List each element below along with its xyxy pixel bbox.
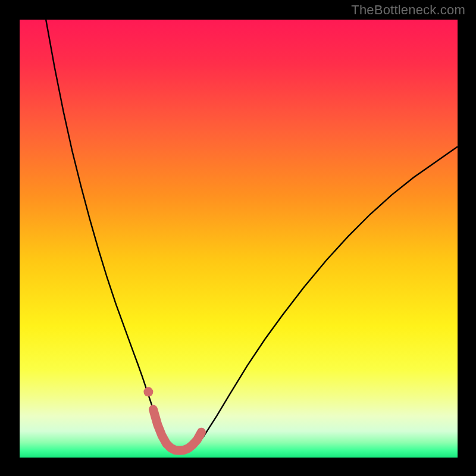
chart-svg (20, 20, 458, 458)
chart-background-gradient (20, 20, 458, 458)
chart-plot-area (20, 20, 458, 458)
watermark-label: TheBottleneck.com (351, 2, 465, 18)
chart-frame: TheBottleneck.com (0, 0, 476, 476)
optimal-dot (143, 387, 153, 397)
